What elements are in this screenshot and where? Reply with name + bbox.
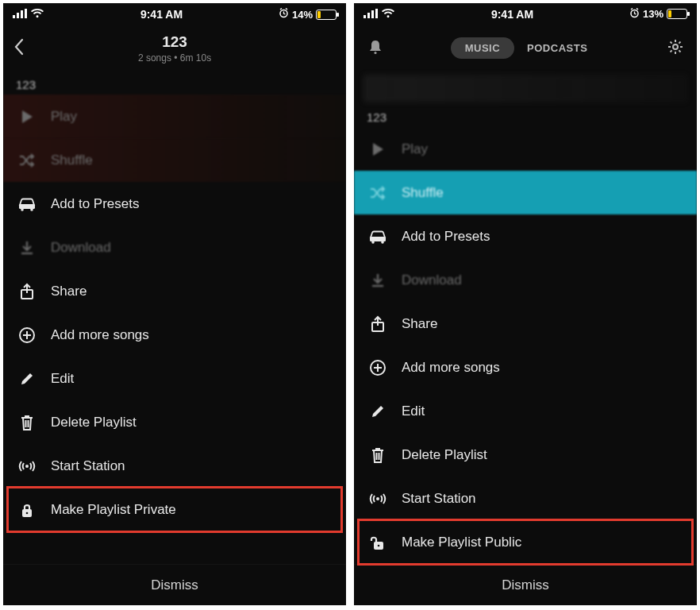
back-button[interactable] [13, 38, 25, 59]
phone-left: 9:41 AM 14% 123 2 songs • 6m 10s 123 Pla… [3, 3, 346, 605]
pencil-icon [368, 402, 387, 421]
menu-start-station[interactable]: Start Station [354, 477, 697, 520]
unlock-icon [368, 533, 387, 552]
menu-label: Edit [51, 371, 74, 387]
battery-percent: 14% [292, 9, 313, 21]
svg-point-18 [387, 15, 390, 17]
svg-rect-15 [367, 13, 370, 18]
menu-download[interactable]: Download [354, 258, 697, 302]
menu-play[interactable]: Play [3, 95, 346, 138]
settings-button[interactable] [667, 38, 684, 59]
battery-icon [667, 9, 687, 19]
battery-percent: 13% [643, 8, 663, 20]
header: 123 2 songs • 6m 10s [3, 25, 346, 71]
menu-label: Share [51, 284, 87, 299]
dismiss-button[interactable]: Dismiss [3, 564, 346, 605]
menu-label: Delete Playlist [402, 447, 487, 463]
menu-label: Download [51, 240, 111, 256]
menu-label: Share [402, 316, 437, 332]
menu-label: Edit [402, 403, 425, 419]
shuffle-icon [17, 151, 37, 170]
share-icon [17, 282, 37, 301]
svg-rect-1 [17, 13, 19, 18]
menu-label: Add to Presets [51, 196, 140, 212]
svg-point-13 [26, 512, 29, 514]
menu-add-songs[interactable]: Add more songs [3, 313, 346, 357]
menu-shuffle[interactable]: Shuffle [3, 138, 346, 182]
svg-point-23 [371, 241, 375, 244]
svg-rect-16 [371, 10, 374, 18]
tab-switcher: MUSIC PODCASTS [451, 37, 601, 59]
svg-rect-3 [25, 9, 27, 18]
svg-rect-14 [363, 15, 366, 18]
menu-label: Add to Presets [402, 229, 490, 245]
menu-label: Add more songs [402, 360, 500, 376]
context-menu: Play Shuffle Add to Presets Download Sha… [3, 95, 346, 564]
menu-delete[interactable]: Delete Playlist [354, 433, 697, 477]
tab-music[interactable]: MUSIC [451, 37, 514, 59]
notifications-button[interactable] [367, 38, 384, 59]
svg-point-29 [378, 545, 380, 547]
blurred-tabs [363, 75, 687, 103]
menu-add-songs[interactable]: Add more songs [354, 346, 697, 389]
header: MUSIC PODCASTS [354, 25, 697, 71]
svg-point-20 [374, 52, 376, 54]
cellular-icon [13, 8, 27, 21]
menu-label: Delete Playlist [51, 415, 137, 430]
menu-delete[interactable]: Delete Playlist [3, 400, 346, 444]
svg-rect-6 [19, 204, 35, 209]
download-icon [368, 271, 387, 290]
menu-label: Start Station [51, 458, 125, 474]
battery-icon [316, 10, 337, 20]
svg-point-21 [673, 44, 678, 49]
menu-play[interactable]: Play [354, 127, 697, 171]
menu-label: Play [51, 109, 77, 125]
menu-edit[interactable]: Edit [354, 389, 697, 433]
car-icon [17, 195, 37, 214]
context-menu: Play Shuffle Add to Presets Download Sha… [354, 127, 697, 564]
svg-rect-0 [13, 15, 15, 18]
play-icon [17, 107, 37, 126]
menu-start-station[interactable]: Start Station [3, 444, 346, 488]
menu-add-presets[interactable]: Add to Presets [354, 214, 697, 258]
plus-circle-icon [17, 326, 37, 345]
tab-podcasts[interactable]: PODCASTS [514, 37, 600, 59]
cellular-icon [363, 8, 378, 21]
menu-share[interactable]: Share [3, 269, 346, 313]
menu-download[interactable]: Download [3, 226, 346, 269]
menu-edit[interactable]: Edit [3, 357, 346, 400]
phone-right: 9:41 AM 13% MUSIC PODCASTS 123 Play [354, 3, 697, 605]
menu-label: Make Playlist Public [402, 535, 521, 550]
page-title: 123 [138, 33, 211, 51]
menu-share[interactable]: Share [354, 302, 697, 346]
status-time: 9:41 AM [491, 8, 533, 21]
menu-shuffle[interactable]: Shuffle [354, 171, 697, 214]
menu-label: Make Playlist Private [51, 502, 176, 518]
shuffle-icon [368, 183, 387, 203]
status-bar: 9:41 AM 14% [3, 3, 346, 25]
pencil-icon [17, 369, 37, 388]
menu-make-private[interactable]: Make Playlist Private [3, 488, 346, 531]
dismiss-button[interactable]: Dismiss [354, 564, 697, 605]
menu-label: Play [402, 141, 428, 157]
menu-label: Shuffle [402, 185, 444, 201]
menu-label: Shuffle [51, 152, 93, 168]
dismiss-label: Dismiss [502, 577, 549, 593]
alarm-icon [629, 8, 640, 21]
svg-point-27 [376, 497, 379, 500]
svg-point-24 [381, 241, 384, 244]
menu-add-presets[interactable]: Add to Presets [3, 182, 346, 226]
wifi-icon [381, 8, 395, 21]
alarm-icon [279, 8, 289, 21]
dismiss-label: Dismiss [151, 577, 198, 593]
svg-rect-2 [21, 10, 23, 18]
wifi-icon [30, 8, 44, 21]
svg-point-7 [21, 208, 24, 211]
playlist-name: 123 [354, 104, 697, 127]
car-icon [368, 227, 387, 246]
play-icon [368, 140, 387, 159]
download-icon [17, 238, 37, 257]
menu-make-public[interactable]: Make Playlist Public [354, 520, 697, 564]
status-time: 9:41 AM [140, 8, 183, 21]
svg-point-8 [30, 208, 33, 211]
